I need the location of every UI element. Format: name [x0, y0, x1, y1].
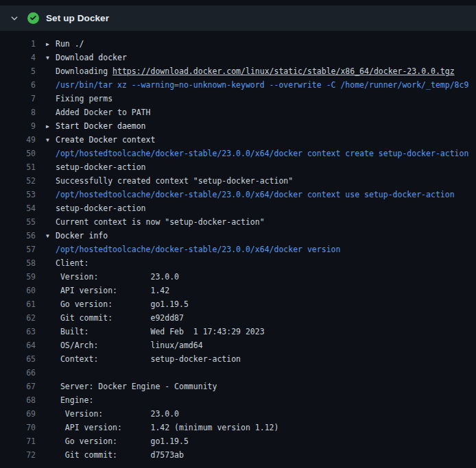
line-number[interactable]: 51 — [0, 160, 36, 174]
log-group-row[interactable]: 49▼Create Docker context — [0, 133, 476, 147]
line-number[interactable]: 67 — [0, 380, 36, 393]
line-number[interactable]: 4 — [0, 51, 36, 64]
log-row: 60 API version: 1.42 — [0, 284, 476, 297]
line-number[interactable]: 5 — [0, 64, 36, 78]
log-text-value: Context: setup-docker-action — [56, 354, 241, 364]
log-text: Go version: go1.19.5 — [36, 297, 189, 311]
log-text-value: /usr/bin/tar xz --warning=no-unknown-key… — [56, 80, 468, 90]
log-text-value: Download docker — [56, 53, 127, 62]
log-row: 6/usr/bin/tar xz --warning=no-unknown-ke… — [0, 78, 476, 92]
line-number[interactable]: 65 — [0, 352, 36, 366]
log-row: 50/opt/hostedtoolcache/docker-stable/23.… — [0, 147, 476, 160]
log-text-value: Version: 23.0.0 — [56, 409, 179, 419]
log-row: 70 API version: 1.42 (minimum version 1.… — [0, 421, 476, 434]
log-text-value: /opt/hostedtoolcache/docker-stable/23.0.… — [56, 245, 340, 254]
line-number[interactable]: 70 — [0, 421, 36, 434]
line-number[interactable]: 53 — [0, 188, 36, 201]
chevron-down-icon[interactable] — [10, 14, 27, 23]
log-text: Built: Wed Feb 1 17:43:29 2023 — [36, 325, 265, 338]
triangle-right-icon: ▶ — [46, 120, 56, 133]
line-number[interactable]: 56 — [0, 229, 36, 243]
line-number[interactable]: 6 — [0, 78, 36, 92]
log-row: 57/opt/hostedtoolcache/docker-stable/23.… — [0, 243, 476, 256]
line-number[interactable]: 54 — [0, 201, 36, 215]
log-text-value: Engine: — [56, 395, 93, 405]
log-text: ▼Create Docker context — [36, 133, 155, 147]
log-row: 55Current context is now "setup-docker-a… — [0, 215, 476, 229]
log-row: 71 Go version: go1.19.5 — [0, 434, 476, 448]
line-number[interactable]: 8 — [0, 106, 36, 119]
log-text-value: Successfully created context "setup-dock… — [56, 176, 293, 186]
line-number[interactable]: 59 — [0, 270, 36, 284]
log-text-value: API version: 1.42 (minimum version 1.12) — [56, 423, 278, 432]
line-number[interactable]: 68 — [0, 393, 36, 407]
log-text-value: /opt/hostedtoolcache/docker-stable/23.0.… — [56, 149, 468, 158]
log-text-value: Start Docker daemon — [56, 121, 146, 131]
line-number[interactable]: 49 — [0, 133, 36, 147]
line-number[interactable]: 62 — [0, 311, 36, 325]
log-row: 8Added Docker to PATH — [0, 106, 476, 119]
log-group-row[interactable]: 1▶Run ./ — [0, 37, 476, 51]
log-row: 53/opt/hostedtoolcache/docker-stable/23.… — [0, 188, 476, 201]
log-row: 72 Git commit: d7573ab — [0, 448, 476, 462]
log-group-row[interactable]: 56▼Docker info — [0, 229, 476, 243]
line-number[interactable]: 66 — [0, 366, 36, 380]
log-text-value: Current context is now "setup-docker-act… — [56, 217, 265, 227]
line-number[interactable]: 7 — [0, 92, 36, 106]
line-number[interactable]: 63 — [0, 325, 36, 338]
log-text-value: Built: Wed Feb 1 17:43:29 2023 — [56, 327, 265, 336]
line-number[interactable]: 9 — [0, 119, 36, 133]
log-text-value: OS/Arch: linux/amd64 — [56, 341, 203, 350]
log-text: API version: 1.42 (minimum version 1.12) — [36, 421, 278, 434]
line-number[interactable]: 55 — [0, 215, 36, 229]
triangle-right-icon: ▶ — [46, 38, 56, 51]
log-text: /usr/bin/tar xz --warning=no-unknown-key… — [36, 78, 468, 92]
log-row: 66 — [0, 366, 476, 380]
log-text-value: Go version: go1.19.5 — [56, 436, 189, 446]
log-text-value: Git commit: d7573ab — [56, 450, 184, 460]
line-number[interactable]: 58 — [0, 256, 36, 270]
line-number[interactable]: 71 — [0, 434, 36, 448]
log-row: 61 Go version: go1.19.5 — [0, 297, 476, 311]
line-number[interactable]: 69 — [0, 407, 36, 421]
line-number[interactable]: 60 — [0, 284, 36, 297]
line-number[interactable]: 64 — [0, 338, 36, 352]
line-number[interactable]: 52 — [0, 174, 36, 188]
log-text: Version: 23.0.0 — [36, 270, 179, 284]
log-text: Client: — [36, 256, 88, 270]
log-text: ▼Download docker — [36, 51, 127, 64]
log-text-value: Docker info — [56, 231, 108, 241]
line-number[interactable]: 1 — [0, 37, 36, 51]
log-text-value: Server: Docker Engine - Community — [56, 382, 217, 391]
log-row: 58Client: — [0, 256, 476, 270]
log-text: Git commit: e92dd87 — [36, 311, 184, 325]
log-text-value: Go version: go1.19.5 — [56, 299, 189, 309]
triangle-down-icon: ▼ — [46, 51, 56, 64]
log-text-prefix: Downloading — [56, 66, 112, 76]
log-row: 65 Context: setup-docker-action — [0, 352, 476, 366]
log-text-value: setup-docker-action — [56, 162, 146, 172]
log-text: OS/Arch: linux/amd64 — [36, 338, 203, 352]
log-group-row[interactable]: 4▼Download docker — [0, 51, 476, 64]
log-text: /opt/hostedtoolcache/docker-stable/23.0.… — [36, 147, 468, 160]
log-text: ▼Docker info — [36, 229, 108, 243]
line-number[interactable]: 50 — [0, 147, 36, 160]
log-url-link[interactable]: https://download.docker.com/linux/static… — [112, 66, 455, 76]
log-row: 64 OS/Arch: linux/amd64 — [0, 338, 476, 352]
log-text-value: Run ./ — [56, 39, 84, 49]
log-text-value: Client: — [56, 258, 88, 268]
log-row: 51setup-docker-action — [0, 160, 476, 174]
log-text: setup-docker-action — [36, 201, 146, 215]
log-row: 69 Version: 23.0.0 — [0, 407, 476, 421]
step-header[interactable]: Set up Docker — [0, 5, 476, 31]
log-text: Downloading https://download.docker.com/… — [36, 64, 455, 78]
line-number[interactable]: 72 — [0, 448, 36, 462]
log-text-value: Fixing perms — [56, 94, 112, 103]
line-number[interactable]: 61 — [0, 297, 36, 311]
log-group-row[interactable]: 9▶Start Docker daemon — [0, 119, 476, 133]
log-row: 52Successfully created context "setup-do… — [0, 174, 476, 188]
log-text: Go version: go1.19.5 — [36, 434, 189, 448]
line-number[interactable]: 57 — [0, 243, 36, 256]
log-text-value: setup-docker-action — [56, 204, 146, 213]
log-row: 54setup-docker-action — [0, 201, 476, 215]
